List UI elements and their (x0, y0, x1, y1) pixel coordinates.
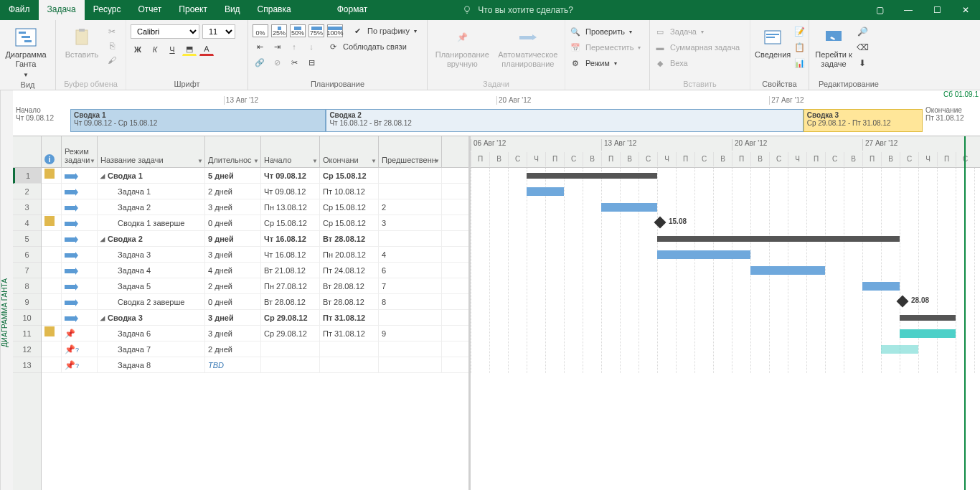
close-icon[interactable]: ✕ (951, 0, 980, 20)
row-number[interactable]: 2 (13, 184, 41, 199)
scroll-to-task-button[interactable]: Перейти к задаче (814, 23, 854, 69)
respect-links-button[interactable]: ⟳ Соблюдать связи (327, 41, 407, 52)
timeline-add-icon[interactable]: 📊 (793, 57, 805, 69)
task-bar[interactable] (527, 187, 564, 196)
row-number[interactable]: 4 (13, 215, 41, 231)
row-number[interactable]: 11 (13, 326, 41, 341)
mode-button[interactable]: ⚙Режим▾ (570, 57, 617, 69)
maximize-icon[interactable]: ☐ (923, 0, 951, 20)
font-name-select[interactable]: Calibri (131, 24, 199, 39)
task-bar[interactable] (900, 329, 956, 338)
column-header-mode[interactable]: Режим задачи▼ (62, 136, 98, 167)
gantt-row[interactable] (471, 310, 980, 326)
table-row[interactable]: Сводка 29 днейЧт 16.08.12Вт 28.08.12 (42, 231, 468, 247)
summary-bar[interactable] (657, 236, 900, 242)
ribbon-collapse-icon[interactable]: ▢ (865, 0, 894, 20)
fill-icon[interactable]: ⬇ (857, 57, 868, 69)
row-number[interactable]: 8 (13, 278, 41, 294)
indent-button[interactable]: ⇥ (270, 40, 284, 53)
clear-icon[interactable]: ⌫ (857, 42, 868, 53)
tell-me[interactable]: Что вы хотите сделать? (462, 0, 573, 20)
pct-75-button[interactable]: 75% (308, 24, 324, 37)
timeline-summary-bar[interactable]: Сводка 3Ср 29.08.12 - Пт 31.08.12 (804, 109, 923, 132)
pct-50-button[interactable]: 50% (290, 24, 306, 37)
row-number[interactable]: 6 (13, 247, 41, 263)
gantt-row[interactable] (471, 168, 980, 184)
gantt-row[interactable] (471, 326, 980, 341)
column-header-dur[interactable]: Длительнос▼ (205, 136, 261, 167)
table-row[interactable]: Задача 44 днейВт 21.08.12Пт 24.08.126 (42, 263, 468, 278)
move-down-button[interactable]: ↓ (304, 40, 319, 53)
column-header-name[interactable]: Название задачи▼ (98, 136, 205, 167)
inspect-button[interactable]: 🔍Проверить▾ (570, 26, 632, 37)
copy-icon[interactable]: ⎘ (106, 40, 118, 52)
row-number[interactable]: 3 (13, 199, 41, 215)
gantt-row[interactable] (471, 231, 980, 247)
gantt-row[interactable] (471, 184, 980, 199)
gantt-chart-button[interactable]: Диаграмма Ганта ▼ (4, 23, 47, 80)
insert-task-button[interactable]: ▭Задача▾ (654, 26, 704, 37)
move-button[interactable]: 📅Переместить▾ (570, 42, 641, 53)
row-number[interactable]: 7 (13, 263, 41, 278)
cut-icon[interactable]: ✂ (106, 26, 118, 37)
table-row[interactable]: Задача 23 днейПн 13.08.12Ср 15.08.122 (42, 199, 468, 215)
tab-file[interactable]: Файл (0, 0, 39, 20)
pct-0-button[interactable]: 0% (253, 24, 268, 37)
task-bar[interactable] (862, 282, 900, 291)
underline-button[interactable]: Ч (165, 43, 179, 56)
gantt-row[interactable] (471, 278, 980, 294)
task-bar[interactable] (601, 203, 657, 212)
table-row[interactable]: Сводка 33 днейСр 29.08.12Пт 31.08.12 (42, 310, 468, 326)
milestone-marker[interactable] (654, 217, 666, 229)
table-row[interactable]: Сводка 2 заверше0 днейВт 28.08.12Вт 28.0… (42, 294, 468, 310)
column-header-finish[interactable]: Окончани▼ (320, 136, 379, 167)
task-grid[interactable]: iРежим задачи▼Название задачи▼Длительнос… (42, 136, 468, 490)
tab-resource[interactable]: Ресурс (85, 0, 130, 20)
format-painter-icon[interactable]: 🖌 (106, 55, 118, 66)
table-row[interactable]: 📌?Задача 72 дней (42, 341, 468, 357)
table-row[interactable]: Сводка 15 днейЧт 09.08.12Ср 15.08.12 (42, 168, 468, 184)
gantt-row[interactable] (471, 247, 980, 263)
fill-color-button[interactable]: ⬒ (182, 43, 197, 56)
link-button[interactable]: 🔗 (253, 56, 267, 69)
mark-on-track-button[interactable]: ✔ По графику▾ (352, 25, 417, 37)
gantt-row[interactable]: 28.08 (471, 294, 980, 310)
notes-icon[interactable]: 📝 (793, 26, 805, 37)
font-color-button[interactable]: A (199, 43, 214, 56)
table-row[interactable]: Задача 33 днейЧт 16.08.12Пн 20.08.124 (42, 247, 468, 263)
move-up-button[interactable]: ↑ (287, 40, 301, 53)
gantt-row[interactable] (471, 357, 980, 373)
table-row[interactable]: Задача 52 днейПн 27.08.12Вт 28.08.127 (42, 278, 468, 294)
pct-25-button[interactable]: 25% (271, 24, 287, 37)
row-number[interactable]: 9 (13, 294, 41, 310)
auto-schedule-button[interactable]: Автоматическое планирование (496, 23, 560, 69)
table-row[interactable]: 📌?Задача 8TBD (42, 357, 468, 373)
gantt-row[interactable] (471, 199, 980, 215)
tab-report[interactable]: Отчет (129, 0, 170, 20)
paste-button[interactable]: Вставить (60, 23, 103, 60)
timeline-track[interactable]: 13 Авг '1220 Авг '1227 Авг '12Сводка 1Чт… (70, 96, 923, 131)
pct-100-button[interactable]: 100% (327, 24, 343, 37)
row-number[interactable]: 13 (13, 357, 41, 373)
row-number[interactable]: 12 (13, 341, 41, 357)
timeline-summary-bar[interactable]: Сводка 1Чт 09.08.12 - Ср 15.08.12 (70, 109, 326, 132)
split-button[interactable]: ✂ (287, 56, 301, 69)
insert-milestone-button[interactable]: ◆Веха (654, 57, 688, 69)
milestone-marker[interactable] (897, 296, 909, 308)
table-row[interactable]: 📌Задача 63 днейСр 29.08.12Пт 31.08.129 (42, 326, 468, 341)
gantt-chart[interactable]: 06 Авг '1213 Авг '1220 Авг '1227 Авг '12… (471, 136, 980, 490)
gantt-row[interactable] (471, 263, 980, 278)
column-header-start[interactable]: Начало▼ (261, 136, 320, 167)
row-number[interactable]: 1 (13, 168, 41, 184)
timeline-summary-bar[interactable]: Сводка 2Чт 16.08.12 - Вт 28.08.12 (326, 109, 803, 132)
task-bar[interactable] (657, 250, 750, 259)
row-number[interactable]: 5 (13, 231, 41, 247)
timeline-strip[interactable]: НачалоЧт 09.08.12 13 Авг '1220 Авг '1227… (13, 90, 980, 136)
font-size-select[interactable]: 11 (202, 24, 235, 39)
details-icon[interactable]: 📋 (793, 42, 805, 53)
unlink-button[interactable]: ⊘ (270, 56, 284, 69)
column-header-info[interactable]: i (42, 136, 62, 167)
task-bar[interactable] (881, 345, 918, 354)
tab-project[interactable]: Проект (170, 0, 216, 20)
italic-button[interactable]: К (148, 43, 162, 56)
